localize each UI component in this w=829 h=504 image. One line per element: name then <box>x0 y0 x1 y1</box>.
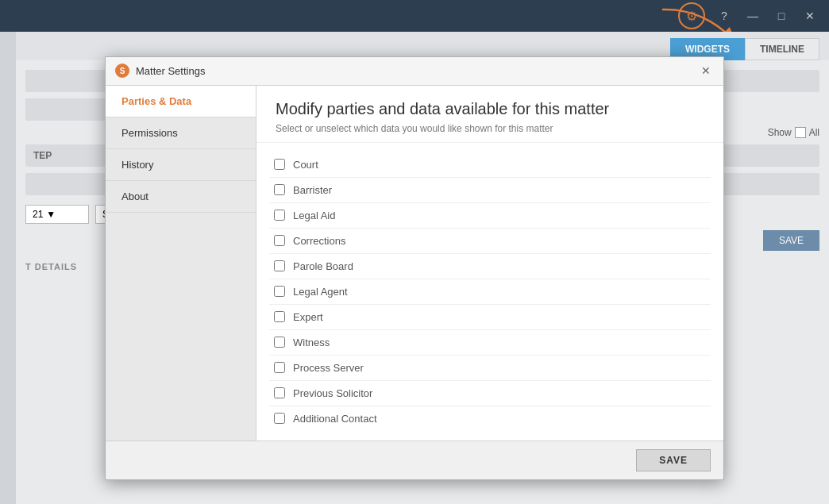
checkbox-expert[interactable] <box>274 311 285 322</box>
dialog-titlebar: S Matter Settings ✕ <box>106 57 723 86</box>
checkbox-item-corrections: Corrections <box>269 229 711 254</box>
app-icon: S <box>115 63 129 78</box>
checkbox-item-barrister: Barrister <box>269 178 711 203</box>
dialog-content-title: Modify parties and data available for th… <box>276 100 704 118</box>
dialog-title-left: S Matter Settings <box>115 63 205 78</box>
checkbox-item-expert: Expert <box>269 305 711 330</box>
title-bar: ⚙ ? — □ ✕ <box>0 0 829 32</box>
dialog-main-content: Modify parties and data available for th… <box>256 86 723 441</box>
checkbox-court[interactable] <box>274 159 285 170</box>
checkbox-item-previous-solicitor: Previous Solicitor <box>269 381 711 406</box>
close-window-button[interactable]: ✕ <box>797 5 823 27</box>
minimize-button[interactable]: — <box>740 5 765 27</box>
checkbox-item-parole-board: Parole Board <box>269 254 711 279</box>
checkbox-label-previous-solicitor[interactable]: Previous Solicitor <box>293 387 372 399</box>
dialog-overlay: S Matter Settings ✕ Parties & Data Permi… <box>0 32 829 504</box>
checkbox-label-process-server[interactable]: Process Server <box>293 362 364 374</box>
bg-tab-timeline[interactable]: TIMELINE <box>745 38 819 60</box>
checkbox-item-legal-aid: Legal Aid <box>269 203 711 229</box>
checkbox-previous-solicitor[interactable] <box>274 387 285 398</box>
checkbox-additional-contact[interactable] <box>274 413 285 424</box>
title-bar-controls: ⚙ ? — □ ✕ <box>678 2 823 29</box>
checkbox-corrections[interactable] <box>274 235 285 246</box>
gear-icon: ⚙ <box>686 9 697 24</box>
matter-settings-dialog: S Matter Settings ✕ Parties & Data Permi… <box>105 56 724 480</box>
checkbox-label-witness[interactable]: Witness <box>293 337 330 348</box>
checkbox-label-court[interactable]: Court <box>293 159 318 171</box>
checkbox-witness[interactable] <box>274 337 285 348</box>
checkbox-item-court: Court <box>269 152 711 178</box>
checkbox-legal-agent[interactable] <box>274 286 285 297</box>
all-label: All <box>809 127 819 138</box>
checkbox-label-parole-board[interactable]: Parole Board <box>293 260 353 272</box>
dialog-close-button[interactable]: ✕ <box>698 63 714 79</box>
dialog-content-subtitle: Select or unselect which data you would … <box>276 123 704 134</box>
save-button[interactable]: SAVE <box>636 449 711 471</box>
checkbox-label-legal-aid[interactable]: Legal Aid <box>293 210 336 221</box>
sidebar-item-history[interactable]: History <box>106 149 256 181</box>
checkbox-barrister[interactable] <box>274 184 285 195</box>
dialog-title: Matter Settings <box>136 65 205 77</box>
checkbox-label-legal-agent[interactable]: Legal Agent <box>293 286 348 298</box>
gear-button[interactable]: ⚙ <box>678 2 705 29</box>
checkbox-process-server[interactable] <box>274 362 285 373</box>
dialog-body: Parties & Data Permissions History About… <box>106 86 723 441</box>
checkbox-label-expert[interactable]: Expert <box>293 311 323 323</box>
dialog-content-header: Modify parties and data available for th… <box>256 86 723 143</box>
dialog-footer: SAVE <box>106 441 723 479</box>
bg-dropdown-1[interactable]: 21 ▼ <box>25 205 89 224</box>
bg-sidebar <box>0 32 16 504</box>
checkbox-item-legal-agent: Legal Agent <box>269 279 711 305</box>
dialog-sidebar: Parties & Data Permissions History About <box>106 86 256 441</box>
sidebar-item-about[interactable]: About <box>106 181 256 213</box>
sidebar-item-parties-data[interactable]: Parties & Data <box>106 86 256 117</box>
show-label: Show <box>768 127 792 138</box>
checkbox-label-additional-contact[interactable]: Additional Contact <box>293 413 377 425</box>
show-all-checkbox[interactable] <box>795 127 806 138</box>
help-button[interactable]: ? <box>711 5 737 27</box>
checkbox-item-additional-contact: Additional Contact <box>269 406 711 431</box>
checkbox-list-container: CourtBarristerLegal AidCorrectionsParole… <box>256 143 723 441</box>
checkbox-list: CourtBarristerLegal AidCorrectionsParole… <box>256 149 723 434</box>
bg-save-button[interactable]: SAVE <box>763 230 819 251</box>
checkbox-item-witness: Witness <box>269 330 711 356</box>
checkbox-item-process-server: Process Server <box>269 356 711 381</box>
checkbox-parole-board[interactable] <box>274 260 285 271</box>
checkbox-label-corrections[interactable]: Corrections <box>293 235 345 247</box>
maximize-button[interactable]: □ <box>769 5 794 27</box>
sidebar-item-permissions[interactable]: Permissions <box>106 117 256 149</box>
checkbox-legal-aid[interactable] <box>274 210 285 221</box>
chevron-down-icon: ▼ <box>46 209 56 220</box>
checkbox-label-barrister[interactable]: Barrister <box>293 184 332 196</box>
